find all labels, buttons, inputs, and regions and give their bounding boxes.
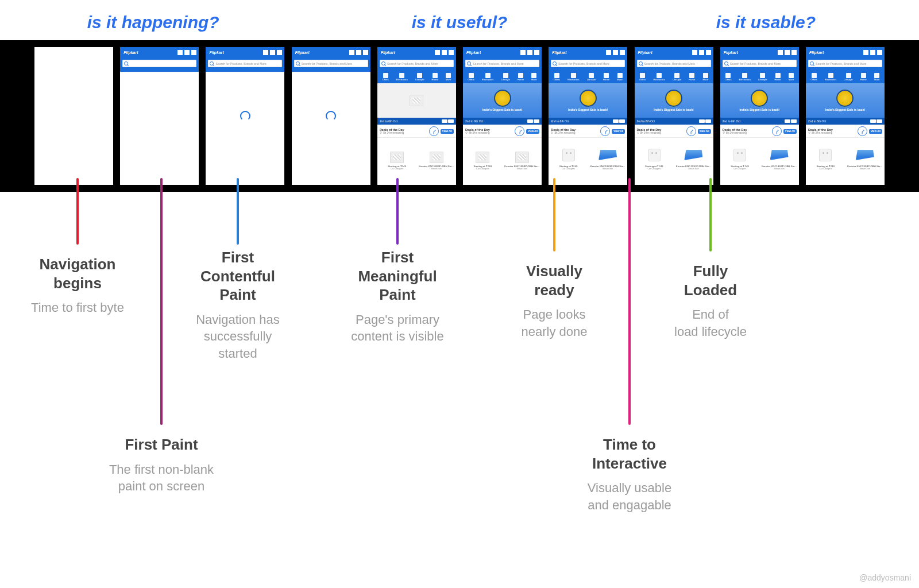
marker-line-fcp xyxy=(237,178,239,245)
frame-visually-ready: Flipkart Search for Products, Brands and… xyxy=(549,47,627,185)
spinner-icon xyxy=(240,111,250,121)
frame-fmp-hero: Flipkart Search for Products, Brands and… xyxy=(463,47,542,185)
marker-label-fcp: FirstContentfulPaintNavigation hassucces… xyxy=(163,248,312,362)
question-happening: is it happening? xyxy=(0,13,306,32)
search-icon xyxy=(724,61,728,65)
marker-line-fp xyxy=(160,178,163,425)
search-icon xyxy=(639,61,643,65)
question-usable: is it usable? xyxy=(613,13,919,32)
marker-line-tti xyxy=(628,178,631,425)
marker-label-full: FullyLoadedEnd ofload lifecycle xyxy=(636,262,785,340)
marker-label-fp: First PaintThe first non-blankpaint on s… xyxy=(87,435,236,495)
search-icon xyxy=(467,61,471,65)
clock-icon xyxy=(686,126,696,136)
marker-line-full xyxy=(709,178,712,252)
search-icon xyxy=(553,61,557,65)
search-icon xyxy=(296,61,300,65)
frame-fmp-partial: Flipkart Search for Products, Brands and… xyxy=(377,47,456,185)
frame-tti: Flipkart Search for Products, Brands and… xyxy=(635,47,713,185)
frame-first-paint: Flipkart xyxy=(120,47,199,185)
search-icon xyxy=(810,61,814,65)
app-brand: Flipkart xyxy=(122,51,138,55)
marker-line-fmp xyxy=(396,178,399,245)
clock-icon xyxy=(429,126,439,136)
marker-label-vr: VisuallyreadyPage looksnearly done xyxy=(480,262,629,340)
search-icon xyxy=(124,61,128,65)
category-nav: Offers Electronics Lifestyle Home More xyxy=(377,69,456,83)
credit: @addyosmani xyxy=(859,573,911,582)
marker-line-nav xyxy=(76,178,79,245)
frame-fcp-2: Flipkart Search for Products, Brands and… xyxy=(292,47,370,185)
frame-loaded-1: Flipkart Search for Products, Brands and… xyxy=(720,47,799,185)
marker-label-nav: NavigationbeginsTime to first byte xyxy=(3,255,152,316)
clock-icon xyxy=(772,126,782,136)
question-useful: is it useful? xyxy=(306,13,612,32)
questions-row: is it happening? is it useful? is it usa… xyxy=(0,0,919,37)
frame-loaded-2: Flipkart Search for Products, Brands and… xyxy=(806,47,885,185)
search-icon xyxy=(210,61,214,65)
marker-line-vr xyxy=(553,178,555,252)
marker-label-tti: Time toInteractiveVisually usableand eng… xyxy=(555,435,704,513)
spinner-icon xyxy=(326,111,336,121)
search-icon xyxy=(381,61,385,65)
marker-label-fmp: FirstMeaningfulPaintPage's primaryconten… xyxy=(323,248,472,345)
clock-icon xyxy=(515,126,524,136)
frame-fcp-1: Flipkart Search for Products, Brands and… xyxy=(206,47,284,185)
clock-icon xyxy=(858,126,867,136)
frame-blank xyxy=(34,47,113,185)
filmstrip: Flipkart Flipkart Search for Products, B… xyxy=(0,40,919,192)
clock-icon xyxy=(600,126,610,136)
